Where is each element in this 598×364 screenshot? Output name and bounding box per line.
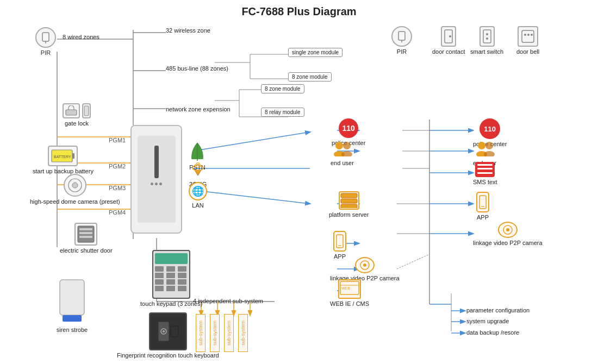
fingerprint-label: Fingerprint recognition touch keyboard: [117, 352, 219, 359]
network-zone-label: network zone expension: [166, 106, 231, 112]
smart-switch-icon: [479, 26, 495, 47]
siren-strobe-label: siren strobe: [57, 326, 88, 334]
zone8-module2-box: 8 zone module: [261, 84, 304, 93]
svg-rect-78: [171, 326, 178, 337]
svg-rect-88: [341, 193, 357, 198]
police-center-right-icon: 110: [479, 118, 500, 139]
pgm1-label: PGM1: [109, 137, 126, 143]
webie-label: WEB IE / CMS: [330, 300, 369, 307]
door-contact-node: door contact: [432, 26, 465, 55]
linkage-video-right-node: linkage video P2P camera: [473, 222, 543, 247]
dome-camera-node: high-speed dome camera (preset): [30, 174, 120, 205]
svg-point-84: [335, 142, 343, 149]
svg-line-19: [193, 132, 310, 151]
pir-left-icon: [35, 27, 56, 48]
siren-strobe-icon: [54, 277, 90, 325]
svg-point-87: [341, 151, 352, 156]
subsystem-boxes: sub-system sub-system sub-system sub-sys…: [196, 314, 248, 352]
smart-switch-label: smart switch: [470, 48, 503, 55]
subsystem-box-4: sub-system: [238, 314, 248, 352]
svg-rect-60: [522, 30, 534, 42]
svg-rect-57: [483, 30, 491, 43]
door-contact-label: door contact: [432, 48, 465, 55]
svg-point-56: [449, 35, 451, 37]
wired-zones-label: 8 wired zones: [63, 34, 99, 40]
linkage-video-left-icon: [355, 257, 375, 273]
police-center-left-icon: 110: [339, 118, 358, 138]
svg-point-62: [527, 34, 530, 36]
svg-rect-75: [60, 280, 84, 315]
svg-rect-90: [341, 204, 357, 208]
pir-right-node: PIR: [391, 26, 412, 55]
app-right-label: APP: [477, 214, 489, 221]
pir-right-icon: [391, 26, 412, 47]
svg-rect-67: [72, 153, 74, 159]
svg-point-94: [363, 263, 366, 267]
end-user-left-label: end user: [331, 159, 354, 167]
relay8-module-box: 8 relay module: [261, 108, 304, 117]
app-left-node: APP: [333, 231, 346, 260]
svg-rect-73: [79, 232, 92, 234]
zone8-module-box: 8 zone module: [288, 72, 332, 81]
shutter-icon: [74, 223, 97, 246]
svg-rect-76: [63, 315, 82, 322]
app-left-icon: [333, 231, 346, 252]
door-bell-icon: [518, 26, 538, 47]
end-user-left-icon: [332, 140, 352, 158]
svg-point-70: [72, 183, 78, 188]
pgm4-label: PGM4: [109, 209, 126, 216]
gate-lock-icon2: [82, 103, 91, 118]
data-backup-label: data backup /resore: [466, 329, 519, 336]
shutter-label: electric shutter door: [60, 247, 113, 254]
svg-point-80: [163, 330, 165, 332]
svg-point-83: [196, 163, 200, 165]
sms-text-right-label: SMS text: [473, 178, 497, 186]
sms-text-right-node: SMS text: [473, 162, 497, 186]
platform-server-node: platform server: [329, 191, 369, 218]
fingerprint-icon: [149, 312, 187, 350]
g2g4-icon: [189, 160, 207, 179]
door-bell-node: door bell: [516, 26, 539, 55]
gate-lock-node: gate lock: [63, 103, 91, 127]
lan-node: 🌐 LAN: [189, 182, 207, 209]
svg-rect-72: [79, 228, 92, 230]
svg-rect-53: [398, 32, 405, 40]
wireless-zone-label: 32 wireless zone: [166, 27, 210, 34]
page-title: FC-7688 Plus Diagram: [0, 0, 598, 18]
battery-icon: BATTERY: [48, 146, 78, 166]
param-config-label: parameter configuration: [466, 307, 530, 313]
svg-point-61: [524, 34, 526, 36]
svg-text:WEB: WEB: [341, 286, 350, 290]
pgm3-label: PGM3: [109, 185, 126, 191]
svg-point-59: [486, 37, 488, 40]
svg-point-86: [343, 142, 351, 149]
end-user-left-node: end user: [331, 140, 354, 167]
subsystem-box-3: sub-system: [224, 314, 234, 352]
svg-text:BATTERY: BATTERY: [54, 155, 71, 159]
lan-icon: 🌐: [189, 182, 207, 200]
svg-point-98: [478, 142, 485, 149]
svg-line-21: [193, 190, 310, 204]
pstn-icon: [189, 140, 205, 162]
svg-rect-65: [84, 106, 89, 116]
linkage-video-left-node: linkage video P2P camera: [330, 257, 400, 282]
webie-node: WEB WEB IE / CMS: [330, 279, 369, 307]
siren-strobe-node: siren strobe: [54, 277, 90, 334]
pgm2-label: PGM2: [109, 163, 126, 170]
gate-lock-label: gate lock: [65, 120, 89, 127]
sys-upgrade-label: system upgrade: [466, 318, 509, 324]
gate-lock-icon: [63, 103, 80, 118]
webie-icon: WEB: [338, 279, 361, 299]
app-right-node: APP: [476, 192, 489, 221]
platform-server-label: platform server: [329, 211, 369, 218]
touch-keypad-icon: [152, 250, 190, 299]
linkage-video-right-icon: [498, 222, 518, 238]
svg-rect-74: [79, 236, 92, 238]
svg-point-58: [486, 33, 488, 35]
svg-rect-89: [341, 199, 357, 203]
battery-node: BATTERY start up backup battery: [33, 146, 94, 175]
subsystem-box-1: sub-system: [196, 314, 205, 352]
sub-system-main-label: 4 independent sub-system: [193, 298, 263, 304]
door-contact-icon: [441, 26, 456, 47]
platform-server-icon: [339, 191, 359, 210]
